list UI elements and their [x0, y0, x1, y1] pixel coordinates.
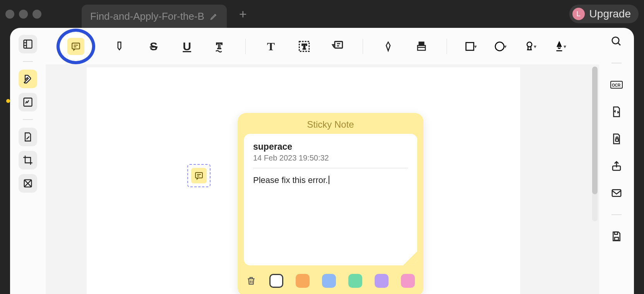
text-cursor: [329, 176, 329, 184]
underline-tool-button[interactable]: U: [179, 38, 195, 55]
shape-tool-button[interactable]: ▾: [464, 41, 477, 52]
scrollbar-thumb[interactable]: [592, 67, 598, 194]
mail-button[interactable]: [610, 186, 623, 200]
sticky-note-footer: [244, 265, 417, 290]
save-button[interactable]: [610, 230, 623, 243]
note-icon: [191, 168, 207, 183]
chevron-down-icon: ▾: [564, 43, 566, 50]
svg-rect-15: [616, 139, 619, 141]
note-color-white[interactable]: [269, 274, 283, 288]
svg-text:OCR: OCR: [612, 83, 621, 87]
svg-text:T: T: [216, 41, 222, 51]
note-color-blue[interactable]: [322, 274, 336, 288]
new-tab-button[interactable]: +: [236, 7, 250, 22]
text-tool-button[interactable]: T: [263, 38, 279, 55]
note-color-pink[interactable]: [401, 274, 415, 288]
svg-point-12: [612, 37, 619, 44]
svg-rect-11: [195, 173, 202, 178]
callout-tool-button[interactable]: [329, 38, 346, 55]
svg-rect-8: [466, 43, 474, 50]
sticky-note-body-input[interactable]: Please fix this error.: [253, 175, 408, 185]
thumbnails-button[interactable]: [19, 35, 37, 53]
titlebar: Find-and-Apply-For-the-B + L Upgrade: [0, 0, 644, 28]
active-tool-indicator: [6, 99, 10, 103]
pen-tool-button[interactable]: [380, 38, 396, 55]
svg-rect-3: [72, 43, 80, 49]
left-toolbar: [10, 28, 46, 294]
avatar: L: [572, 8, 585, 20]
svg-rect-7: [335, 41, 343, 48]
svg-rect-17: [612, 190, 621, 197]
svg-rect-18: [615, 238, 618, 241]
circle-tool-button[interactable]: ▾: [494, 41, 507, 52]
convert-button[interactable]: [610, 105, 623, 118]
chevron-down-icon: ▾: [474, 43, 477, 50]
freehand-tool-button[interactable]: [19, 93, 37, 111]
window-traffic-lights: [5, 10, 41, 19]
squiggly-tool-button[interactable]: T: [212, 38, 228, 55]
document-tab-title: Find-and-Apply-For-the-B: [90, 10, 204, 22]
sticky-note-popup: Sticky Note superace 14 Feb 2023 19:50:3…: [238, 113, 423, 294]
encrypt-button[interactable]: [610, 132, 623, 145]
maximize-window-button[interactable]: [33, 10, 41, 19]
document-page[interactable]: Sticky Note superace 14 Feb 2023 19:50:3…: [87, 67, 520, 294]
sticky-note-text: Please fix this error.: [253, 175, 328, 185]
svg-point-10: [527, 42, 532, 47]
placed-sticky-note[interactable]: [187, 164, 211, 187]
marker-tool-button[interactable]: [112, 38, 128, 55]
sticky-note-timestamp: 14 Feb 2023 19:50:32: [253, 154, 408, 162]
right-toolbar: OCR: [599, 28, 634, 294]
sticky-note-author: superace: [253, 142, 408, 152]
highlight-tool-button[interactable]: [19, 70, 37, 88]
svg-rect-19: [615, 232, 618, 234]
sticky-note-tool-button[interactable]: [57, 29, 95, 64]
svg-text:T: T: [302, 43, 307, 51]
delete-note-button[interactable]: [246, 275, 257, 286]
close-window-button[interactable]: [5, 10, 14, 19]
sticky-note-card: superace 14 Feb 2023 19:50:32 Please fix…: [244, 134, 417, 265]
note-icon: [67, 38, 84, 55]
eraser-tool-button[interactable]: [413, 38, 430, 55]
upgrade-button[interactable]: L Upgrade: [569, 5, 639, 23]
main-window: S U T T T ▾: [10, 28, 634, 294]
strikethrough-tool-button[interactable]: S: [146, 38, 162, 55]
note-color-purple[interactable]: [375, 274, 389, 288]
svg-point-9: [495, 42, 504, 51]
vertical-scrollbar[interactable]: [592, 67, 598, 221]
chevron-down-icon: ▾: [504, 43, 507, 50]
svg-rect-0: [24, 40, 32, 48]
center-column: S U T T T ▾: [46, 28, 599, 294]
annotation-toolbar: S U T T T ▾: [46, 28, 599, 65]
signature-tool-button[interactable]: ▾: [553, 41, 566, 52]
minimize-window-button[interactable]: [19, 10, 28, 19]
note-color-green[interactable]: [348, 274, 362, 288]
ocr-button[interactable]: OCR: [610, 78, 623, 91]
redact-tool-button[interactable]: [19, 174, 37, 193]
share-button[interactable]: [610, 159, 623, 173]
document-tab[interactable]: Find-and-Apply-For-the-B: [82, 5, 227, 28]
sticky-note-title: Sticky Note: [244, 119, 417, 130]
textbox-tool-button[interactable]: T: [296, 38, 312, 55]
search-button[interactable]: [610, 35, 623, 48]
chevron-down-icon: ▾: [534, 43, 536, 50]
stamp-tool-button[interactable]: ▾: [524, 41, 536, 52]
crop-tool-button[interactable]: [19, 151, 37, 169]
document-viewport[interactable]: Sticky Note superace 14 Feb 2023 19:50:3…: [46, 65, 599, 294]
note-color-orange[interactable]: [296, 274, 310, 288]
page-edit-tool-button[interactable]: [19, 128, 37, 146]
upgrade-label: Upgrade: [589, 8, 631, 20]
pencil-icon[interactable]: [210, 12, 218, 21]
